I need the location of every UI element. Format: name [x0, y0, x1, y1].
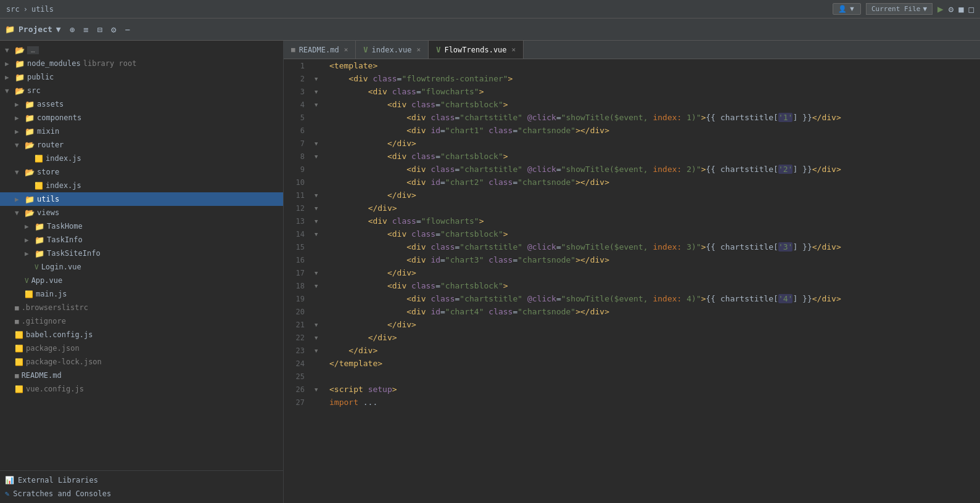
tree-item-babel-config[interactable]: 🟨 babel.config.js — [0, 328, 283, 341]
tab-index-vue-close[interactable]: ✕ — [417, 46, 421, 54]
tab-readme-close[interactable]: ✕ — [344, 46, 348, 54]
tree-item-browserslistrc[interactable]: ■ .browserslistrc — [0, 301, 283, 314]
fold-icon-2[interactable]: ▼ — [315, 76, 318, 82]
tree-item-package-json[interactable]: 🟨 package.json — [0, 341, 283, 355]
js-icon-main: 🟨 — [25, 290, 33, 298]
code-line-10: 10 <div id="chart2" class="chartsnode"><… — [284, 176, 980, 189]
scratches-icon: ✎ — [5, 489, 9, 498]
fold-icon-4[interactable]: ▼ — [315, 102, 318, 108]
fold-icon-3[interactable]: ▼ — [315, 89, 318, 95]
tree-item-login-vue[interactable]: V Login.vue — [0, 260, 283, 274]
code-line-25: 25 — [284, 370, 980, 383]
tab-flowtrends[interactable]: V FlowTrends.vue ✕ — [429, 41, 524, 59]
code-lines: 1 <template> 2 ▼ <div class="flowtrends-… — [284, 59, 980, 409]
arrow-views — [15, 209, 25, 217]
toolbar: 📁 Project ▼ ⊕ ≡ ⊟ ⚙ − — [0, 18, 980, 41]
current-file-dropdown[interactable]: Current File ▼ — [866, 3, 933, 15]
arrow-assets — [15, 100, 25, 108]
package-lock-label: package-lock.json — [26, 358, 102, 366]
tree-item-views[interactable]: 📂 views — [0, 206, 283, 219]
tree-item-root[interactable]: 📂 … — [0, 43, 283, 57]
vue-icon-login: V — [35, 263, 39, 271]
main-layout: 📂 … 📁 node_modules library root 📁 public… — [0, 41, 980, 503]
filter-icon[interactable]: ⊟ — [95, 23, 105, 36]
tree-item-vue-config[interactable]: 🟨 vue.config.js — [0, 382, 283, 396]
tree-item-mixin[interactable]: 📁 mixin — [0, 125, 283, 138]
code-line-6: 6 <div id="chart1" class="chartsnode"></… — [284, 124, 980, 137]
editor-area: ■ README.md ✕ V index.vue ✕ V FlowTrends… — [284, 41, 980, 503]
code-line-20: 20 <div id="chart4" class="chartsnode"><… — [284, 305, 980, 318]
collapse-icon[interactable]: ≡ — [81, 23, 91, 36]
views-label: views — [37, 208, 59, 217]
tree-item-router-index[interactable]: 🟨 index.js — [0, 152, 283, 165]
main-js-label: main.js — [36, 290, 67, 298]
tree-item-node-modules[interactable]: 📁 node_modules library root — [0, 57, 283, 70]
tree-item-app-vue[interactable]: V App.vue — [0, 274, 283, 287]
file-icon-gitignore: ■ — [15, 317, 19, 325]
tab-index-vue[interactable]: V index.vue ✕ — [356, 41, 429, 59]
scratches-consoles-item[interactable]: ✎ Scratches and Consoles — [0, 487, 283, 501]
tree-item-taskhome[interactable]: 📁 TaskHome — [0, 219, 283, 233]
md-icon-readme: ■ — [15, 372, 19, 380]
tree-item-readme-md[interactable]: ■ README.md — [0, 369, 283, 382]
tree-item-package-lock-json[interactable]: 🟨 package-lock.json — [0, 355, 283, 369]
tree-item-src[interactable]: 📂 src — [0, 84, 283, 97]
arrow-tasksiteinfo — [25, 250, 35, 258]
code-line-11: 11 ▼ </div> — [284, 189, 980, 202]
file-tree: 📂 … 📁 node_modules library root 📁 public… — [0, 41, 283, 470]
code-line-27: 27 import ... — [284, 396, 980, 409]
maximize-button[interactable]: □ — [969, 4, 974, 14]
tree-item-public[interactable]: 📁 public — [0, 70, 283, 84]
js-icon-store-index: 🟨 — [35, 182, 43, 190]
tree-item-utils[interactable]: 📁 utils — [0, 192, 283, 206]
router-label: router — [37, 141, 64, 149]
tree-item-gitignore[interactable]: ■ .gitignore — [0, 314, 283, 328]
js-icon-router-index: 🟨 — [35, 155, 43, 163]
tree-item-main-js[interactable]: 🟨 main.js — [0, 287, 283, 301]
profile-button[interactable]: 👤 ▼ — [833, 3, 861, 15]
title-bar-actions: 👤 ▼ Current File ▼ ▶ ⚙ ■ □ — [833, 3, 974, 15]
profile-icon[interactable]: ⚙ — [949, 4, 953, 14]
external-libraries-item[interactable]: 📊 External Libraries — [0, 473, 283, 487]
tree-item-router[interactable]: 📂 router — [0, 138, 283, 152]
tree-item-components[interactable]: 📁 components — [0, 111, 283, 125]
close-panel-icon[interactable]: − — [122, 23, 132, 36]
vue-icon-tab-flowtrends: V — [436, 46, 440, 54]
title-bar: src › utils 👤 ▼ Current File ▼ ▶ ⚙ ■ □ — [0, 0, 980, 18]
folder-icon-taskinfo: 📁 — [35, 235, 44, 245]
external-libraries-label: External Libraries — [18, 476, 98, 485]
tree-item-store[interactable]: 📂 store — [0, 165, 283, 179]
code-editor[interactable]: 1 <template> 2 ▼ <div class="flowtrends-… — [284, 59, 980, 503]
tab-flowtrends-close[interactable]: ✕ — [512, 46, 516, 54]
vue-icon-tab-index: V — [363, 46, 368, 54]
arrow-root — [5, 46, 15, 54]
arrow-mixin — [15, 128, 25, 136]
router-index-label: index.js — [46, 154, 81, 163]
code-line-17: 17 ▼ </div> — [284, 266, 980, 279]
code-line-19: 19 <div class="chartstitle" @click="show… — [284, 292, 980, 305]
folder-icon-utils: 📁 — [25, 195, 35, 204]
file-icon-browserslistrc: ■ — [15, 304, 19, 312]
tab-readme[interactable]: ■ README.md ✕ — [284, 41, 356, 59]
locate-icon[interactable]: ⊕ — [67, 23, 77, 36]
mixin-label: mixin — [37, 127, 59, 136]
vue-config-label: vue.config.js — [26, 385, 84, 393]
stop-button[interactable]: ■ — [958, 4, 963, 14]
arrow-node-modules — [5, 60, 15, 68]
arrow-store — [15, 168, 25, 176]
title-path-src: src — [6, 5, 20, 14]
settings-icon[interactable]: ⚙ — [109, 23, 118, 36]
tab-flowtrends-label: FlowTrends.vue — [444, 46, 506, 54]
tree-item-tasksiteinfo[interactable]: 📁 TaskSiteInfo — [0, 247, 283, 260]
arrow-src — [5, 87, 15, 95]
tree-item-assets[interactable]: 📁 assets — [0, 97, 283, 111]
code-line-23: 23 ▼ </div> — [284, 344, 980, 357]
title-path: src › utils — [6, 5, 54, 14]
tree-item-store-index[interactable]: 🟨 index.js — [0, 179, 283, 192]
tree-item-taskinfo[interactable]: 📁 TaskInfo — [0, 233, 283, 247]
babel-label: babel.config.js — [26, 330, 93, 339]
run-button[interactable]: ▶ — [937, 3, 944, 15]
code-line-24: 24 </template> — [284, 357, 980, 370]
folder-icon-public: 📁 — [15, 73, 25, 82]
folder-icon-root: 📂 — [15, 46, 25, 55]
